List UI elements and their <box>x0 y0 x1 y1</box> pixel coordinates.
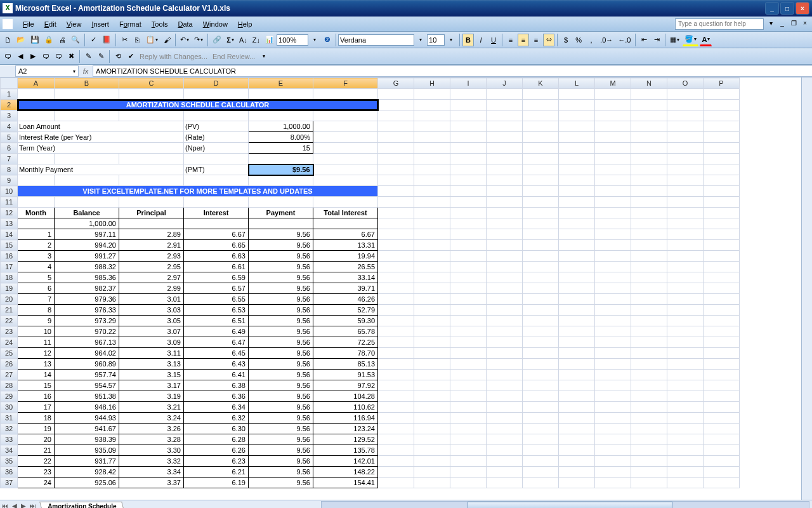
cell[interactable] <box>414 197 450 208</box>
input-value[interactable]: 15 <box>249 143 313 154</box>
sort-asc-button[interactable]: A↓ <box>237 34 249 46</box>
table-cell[interactable]: 3.03 <box>119 305 184 316</box>
table-cell[interactable]: 6.34 <box>184 402 249 413</box>
delete-comment-button[interactable]: ✖ <box>65 50 77 63</box>
table-cell[interactable]: 9.56 <box>249 391 313 402</box>
table-cell[interactable]: 23 <box>18 467 55 478</box>
cell[interactable] <box>631 197 667 208</box>
cell[interactable] <box>450 100 487 110</box>
table-cell[interactable]: 148.22 <box>313 467 378 478</box>
row-header-3[interactable]: 3 <box>1 110 18 121</box>
cell[interactable] <box>704 110 740 121</box>
col-header-N[interactable]: N <box>631 78 667 89</box>
table-cell[interactable]: 5 <box>18 272 55 283</box>
table-cell[interactable]: 52.79 <box>313 305 378 316</box>
cell[interactable] <box>667 89 704 100</box>
cell[interactable] <box>631 100 667 110</box>
row-header-37[interactable]: 37 <box>1 478 18 488</box>
show-comment-button[interactable]: 🗨 <box>40 50 51 63</box>
table-cell[interactable]: 3.17 <box>119 380 184 391</box>
cell[interactable] <box>249 175 313 186</box>
table-cell[interactable]: 928.42 <box>55 467 119 478</box>
table-cell[interactable]: 979.36 <box>55 294 119 305</box>
table-cell[interactable]: 6.45 <box>184 348 249 359</box>
table-cell[interactable]: 944.93 <box>55 413 119 424</box>
decrease-decimal-button[interactable]: ←.0 <box>616 34 632 46</box>
cell[interactable] <box>631 175 667 186</box>
table-cell[interactable]: 9.56 <box>249 478 313 488</box>
cell[interactable] <box>487 110 523 121</box>
cell[interactable] <box>378 175 414 186</box>
table-cell[interactable]: 20 <box>18 434 55 445</box>
cell[interactable] <box>119 154 184 164</box>
table-cell[interactable]: 1 <box>18 229 55 240</box>
cell[interactable] <box>631 154 667 164</box>
cell[interactable] <box>704 100 740 110</box>
next-comment-button[interactable]: ▶ <box>27 50 39 63</box>
table-cell[interactable]: 9.56 <box>249 283 313 294</box>
row-header-6[interactable]: 6 <box>1 143 18 154</box>
align-center-button[interactable]: ≡ <box>518 34 529 46</box>
table-cell[interactable]: 925.06 <box>55 478 119 488</box>
table-cell[interactable]: 91.53 <box>313 370 378 380</box>
col-header-P[interactable]: P <box>704 78 740 89</box>
cell[interactable] <box>523 110 559 121</box>
cell[interactable] <box>184 197 249 208</box>
table-cell[interactable]: 10 <box>18 326 55 337</box>
cell[interactable] <box>313 197 378 208</box>
table-cell[interactable] <box>249 218 313 229</box>
italic-button[interactable]: I <box>475 34 487 46</box>
table-cell[interactable]: 116.94 <box>313 413 378 424</box>
font-dropdown[interactable]: ▾ <box>415 34 426 46</box>
table-cell[interactable]: 948.16 <box>55 402 119 413</box>
cell[interactable] <box>450 175 487 186</box>
cell[interactable] <box>487 89 523 100</box>
chart-wizard-button[interactable]: 📊 <box>263 34 276 46</box>
table-cell[interactable]: 3.28 <box>119 434 184 445</box>
table-cell[interactable]: 2.91 <box>119 240 184 251</box>
input-symbol[interactable]: (Rate) <box>184 132 249 143</box>
new-button[interactable]: 🗋 <box>2 34 13 46</box>
table-cell[interactable]: 9.56 <box>249 272 313 283</box>
table-cell[interactable]: 59.30 <box>313 316 378 326</box>
row-header-28[interactable]: 28 <box>1 380 18 391</box>
table-cell[interactable]: 6.61 <box>184 262 249 272</box>
input-symbol[interactable]: (PV) <box>184 121 249 132</box>
table-cell[interactable]: 72.25 <box>313 337 378 348</box>
table-cell[interactable]: 967.13 <box>55 337 119 348</box>
redo-button[interactable]: ↷▾ <box>192 34 205 46</box>
row-header-31[interactable]: 31 <box>1 413 18 424</box>
input-label[interactable]: Term (Year) <box>18 143 184 154</box>
table-cell[interactable]: 3.09 <box>119 337 184 348</box>
table-header[interactable]: Principal <box>119 208 184 218</box>
cell[interactable] <box>378 100 414 110</box>
table-cell[interactable]: 6 <box>18 283 55 294</box>
table-header[interactable]: Month <box>18 208 55 218</box>
table-cell[interactable]: 9.56 <box>249 370 313 380</box>
col-header-K[interactable]: K <box>523 78 559 89</box>
table-cell[interactable]: 2.89 <box>119 229 184 240</box>
row-header-21[interactable]: 21 <box>1 305 18 316</box>
row-header-35[interactable]: 35 <box>1 456 18 467</box>
doc-minimize-button[interactable]: _ <box>778 20 787 29</box>
table-cell[interactable]: 3 <box>18 251 55 262</box>
cell[interactable] <box>667 154 704 164</box>
input-symbol[interactable]: (Nper) <box>184 143 249 154</box>
cell[interactable] <box>559 197 595 208</box>
table-cell[interactable]: 9.56 <box>249 380 313 391</box>
zoom-dropdown[interactable]: ▾ <box>309 34 320 46</box>
col-header-J[interactable]: J <box>487 78 523 89</box>
table-cell[interactable]: 2.95 <box>119 262 184 272</box>
table-cell[interactable]: 13.31 <box>313 240 378 251</box>
table-cell[interactable]: 9.56 <box>249 262 313 272</box>
track-changes-button[interactable]: ⟲ <box>112 50 124 63</box>
cell[interactable] <box>487 175 523 186</box>
table-cell[interactable]: 6.41 <box>184 370 249 380</box>
table-cell[interactable]: 6.67 <box>313 229 378 240</box>
cell[interactable] <box>523 197 559 208</box>
table-cell[interactable]: 3.21 <box>119 402 184 413</box>
name-box-dropdown-icon[interactable]: ▾ <box>73 69 75 74</box>
table-cell[interactable]: 24 <box>18 478 55 488</box>
table-header[interactable]: Interest <box>184 208 249 218</box>
cell[interactable] <box>18 197 55 208</box>
